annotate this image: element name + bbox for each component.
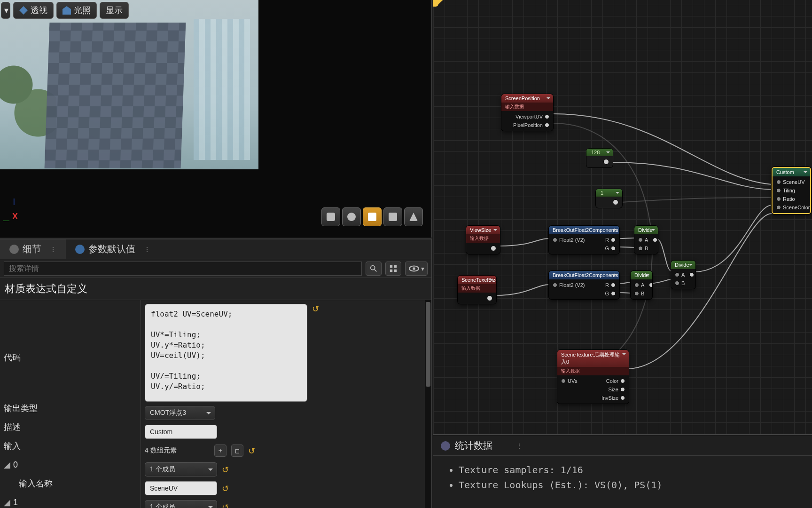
revert-icon[interactable]: ↺ <box>222 465 231 474</box>
description-field[interactable]: Custom <box>145 425 217 439</box>
material-graph[interactable]: ScreenPosition 输入数据 ViewportUV PixelPosi… <box>433 0 812 435</box>
pin-in-icon[interactable] <box>553 238 557 242</box>
node-body <box>466 243 500 254</box>
pin-label: Ratio <box>783 196 795 202</box>
output-type-dropdown[interactable]: CMOT浮点3 <box>145 406 215 420</box>
pin-in-icon[interactable] <box>776 197 781 201</box>
viewport-scene[interactable] <box>0 0 258 169</box>
pin-out-icon[interactable] <box>611 246 616 251</box>
preview-plane-button[interactable] <box>363 207 382 226</box>
pin-out-icon[interactable] <box>689 272 694 277</box>
code-textarea[interactable]: float2 UV=SceneUV; UV*=Tiling; UV.y*=Rat… <box>145 304 307 402</box>
node-constant-128[interactable]: 128 <box>586 149 613 167</box>
tab-close-icon[interactable]: ⋮ <box>50 246 56 253</box>
pin-out-icon[interactable] <box>620 379 625 383</box>
revert-icon[interactable]: ↺ <box>248 446 258 455</box>
node-header[interactable]: SceneTexelSize <box>458 276 496 284</box>
pin-in-icon[interactable] <box>675 281 679 286</box>
pin-in-icon[interactable] <box>776 180 781 184</box>
pin-out-icon[interactable] <box>620 396 625 400</box>
svg-point-7 <box>413 267 415 270</box>
node-header[interactable]: 128 <box>586 149 613 156</box>
preview-cube-button[interactable] <box>383 207 402 226</box>
category-header[interactable]: 材质表达式自定义 <box>0 278 431 300</box>
revert-icon[interactable]: ↺ <box>222 484 231 493</box>
row-input0-label[interactable]: ◢0 <box>0 455 141 474</box>
show-button[interactable]: 显示 <box>100 2 129 19</box>
node-breakout-float2-2[interactable]: BreakOutFloat2Components Float2 (V2) R G <box>549 271 619 299</box>
pin-in-icon[interactable] <box>561 379 566 383</box>
node-header[interactable]: Divide <box>631 271 652 279</box>
pin-label: ViewportUV <box>515 114 543 119</box>
clear-inputs-button[interactable] <box>231 444 243 457</box>
pin-out-icon[interactable] <box>545 114 549 119</box>
node-title: 128 <box>591 150 600 155</box>
node-header[interactable]: Divide <box>634 226 658 234</box>
preview-cylinder-button[interactable] <box>321 207 340 226</box>
input0-member-dropdown[interactable]: 1 个成员 <box>145 462 217 476</box>
pin-out-icon[interactable] <box>611 291 616 296</box>
add-input-button[interactable]: ＋ <box>214 444 226 457</box>
pin-out-icon[interactable] <box>613 199 618 205</box>
perspective-button[interactable]: 透视 <box>13 2 54 19</box>
pin-in-icon[interactable] <box>638 238 643 242</box>
node-header[interactable]: BreakOutFloat2Components <box>549 226 619 234</box>
revert-icon[interactable]: ↺ <box>312 304 321 313</box>
pin-out-icon[interactable] <box>603 159 609 165</box>
view-options-button[interactable]: ▾ <box>405 262 428 276</box>
preview-sphere-button[interactable] <box>342 207 361 226</box>
node-divide-2[interactable]: Divide A B <box>671 261 695 289</box>
preview-custom-mesh-button[interactable] <box>404 207 423 226</box>
node-scene-texture[interactable]: SceneTexture:后期处理输入0 输入数据 UVs Color Size… <box>557 350 629 404</box>
pin-in-icon[interactable] <box>675 272 679 277</box>
tab-close-icon[interactable]: ⋮ <box>516 442 523 450</box>
node-constant-1[interactable]: 1 <box>596 189 622 208</box>
scrollbar-thumb[interactable] <box>426 302 430 387</box>
node-header[interactable]: SceneTexture:后期处理输入0 <box>557 350 629 367</box>
lit-mode-button[interactable]: 光照 <box>56 2 97 19</box>
node-header[interactable]: 1 <box>596 189 622 197</box>
pin-out-icon[interactable] <box>649 283 652 287</box>
row-input1-label[interactable]: ◢1 <box>0 493 141 508</box>
node-breakout-float2-1[interactable]: BreakOutFloat2Components Float2 (V2) R G <box>549 226 619 254</box>
pin-in-icon[interactable] <box>776 188 781 193</box>
input1-member-dropdown[interactable]: 1 个成员 <box>145 500 217 508</box>
search-icon-button[interactable] <box>366 262 382 276</box>
input0-name-field[interactable]: SceneUV <box>145 481 217 495</box>
tab-close-icon[interactable]: ⋮ <box>144 246 150 253</box>
revert-icon[interactable]: ↺ <box>222 502 231 508</box>
node-header[interactable]: Custom <box>773 168 810 176</box>
pin-in-icon[interactable] <box>638 246 643 251</box>
viewport-toolbar: ▾ 透视 光照 显示 <box>1 2 129 19</box>
node-divide-3[interactable]: Divide A B <box>631 271 652 299</box>
pin-in-icon[interactable] <box>634 291 639 296</box>
pin-out-icon[interactable] <box>611 283 616 287</box>
pin-out-icon[interactable] <box>611 238 616 242</box>
node-title: 1 <box>601 190 603 196</box>
pin-out-icon[interactable] <box>491 246 496 251</box>
node-screen-position[interactable]: ScreenPosition 输入数据 ViewportUV PixelPosi… <box>501 94 553 131</box>
trash-icon <box>234 447 241 454</box>
pin-out-icon[interactable] <box>545 123 549 127</box>
pin-out-icon[interactable] <box>487 295 492 301</box>
details-search-input[interactable] <box>4 262 362 276</box>
node-divide-1[interactable]: Divide A B <box>634 226 658 254</box>
node-header[interactable]: Divide <box>671 261 695 269</box>
node-header[interactable]: ScreenPosition <box>501 94 553 103</box>
pin-in-icon[interactable] <box>776 205 781 210</box>
pin-out-icon[interactable] <box>653 238 657 242</box>
matrix-view-button[interactable] <box>385 262 401 276</box>
pin-out-icon[interactable] <box>620 387 625 392</box>
pin-in-icon[interactable] <box>634 283 639 287</box>
node-custom[interactable]: Custom SceneUV Tiling Ratio SceneColor <box>772 167 811 214</box>
pin-in-icon[interactable] <box>553 283 557 287</box>
details-scrollbar[interactable] <box>425 300 431 508</box>
node-header[interactable]: BreakOutFloat2Components <box>549 271 619 279</box>
stats-tab[interactable]: 统计数据 ⋮ <box>433 436 812 456</box>
tab-details[interactable]: 细节 ⋮ <box>0 239 66 259</box>
node-view-size[interactable]: ViewSize 输入数据 <box>466 226 500 254</box>
node-scene-texel-size[interactable]: SceneTexelSize 输入数据 <box>458 276 496 304</box>
node-header[interactable]: ViewSize <box>466 226 500 234</box>
viewport-options-button[interactable]: ▾ <box>1 2 10 19</box>
tab-param-defaults[interactable]: 参数默认值 ⋮ <box>66 239 160 259</box>
